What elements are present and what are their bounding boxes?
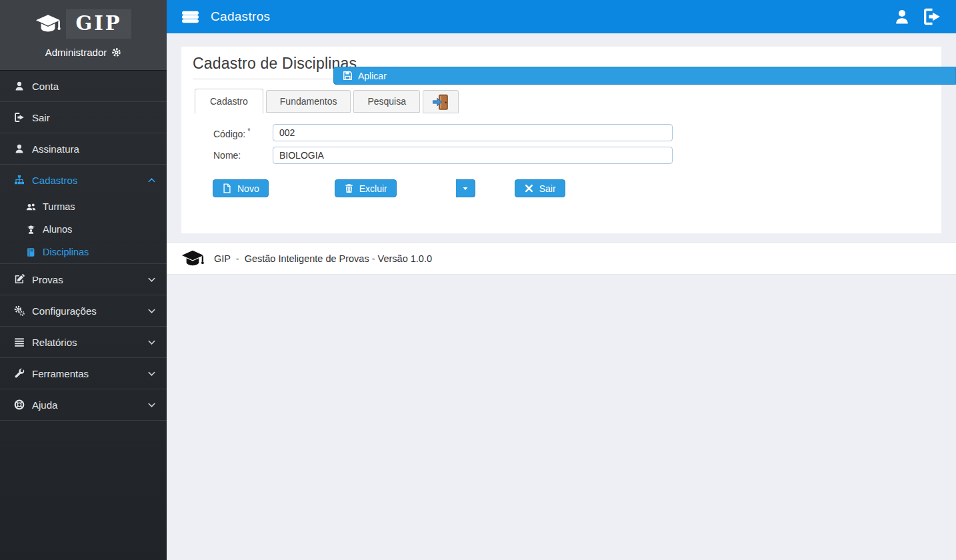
sidebar-item-cadastros[interactable]: Cadastros	[0, 164, 167, 195]
chevron-down-icon	[147, 369, 156, 378]
tab-label: Cadastro	[210, 96, 248, 107]
sair-button[interactable]: Sair	[515, 179, 565, 197]
sidebar-item-label: Alunos	[43, 224, 156, 235]
save-icon	[343, 71, 353, 81]
action-buttons-row: NovoExcluirAplicarSair	[193, 179, 930, 197]
form-area: Código:*Nome:	[193, 124, 930, 164]
user-role-label: Administrador	[45, 47, 107, 58]
chevron-down-icon	[147, 401, 156, 409]
bars-icon	[13, 337, 25, 347]
sidebar-item-relatorios[interactable]: Relatórios	[0, 326, 167, 357]
sign-out-icon	[13, 112, 25, 123]
tab-fundamentos[interactable]: Fundamentos	[266, 90, 351, 113]
sidebar-item-sair[interactable]: Sair	[0, 101, 167, 133]
tab-label: Fundamentos	[280, 96, 337, 107]
form-row-nome: Nome:	[213, 147, 930, 164]
sidebar-item-provas[interactable]: Provas	[0, 263, 167, 295]
sidebar-item-turmas[interactable]: Turmas	[0, 195, 167, 218]
sidebar-item-configuracoes[interactable]: Configurações	[0, 295, 167, 326]
gear-icon	[111, 47, 121, 57]
sidebar-item-conta[interactable]: Conta	[0, 70, 167, 101]
user-icon	[13, 143, 25, 154]
button-label: Sair	[539, 183, 556, 194]
sidebar-item-ajuda[interactable]: Ajuda	[0, 389, 167, 420]
topbar: Cadastros	[167, 0, 956, 33]
menu-divider	[0, 420, 167, 421]
field-label-text: Código:	[213, 128, 245, 139]
sidebar-item-disciplinas[interactable]: Disciplinas	[0, 241, 167, 263]
file-icon	[222, 183, 232, 193]
novo-button[interactable]: Novo	[213, 179, 269, 197]
sidebar-item-label: Ferramentas	[32, 368, 147, 379]
user-icon[interactable]	[893, 8, 911, 25]
sidebar-menu: ContaSairAssinaturaCadastrosTurmasAlunos…	[0, 70, 167, 420]
book-icon	[25, 247, 37, 257]
sidebar-item-label: Provas	[32, 274, 147, 285]
sidebar-item-assinatura[interactable]: Assinatura	[0, 133, 167, 164]
sidebar-item-label: Assinatura	[32, 143, 156, 155]
sidebar-item-label: Sair	[32, 112, 156, 123]
footer: GIP - Gestão Inteligente de Provas - Ver…	[167, 242, 956, 275]
excluir-button[interactable]: Excluir	[335, 179, 397, 197]
footer-text: GIP - Gestão Inteligente de Provas - Ver…	[214, 253, 432, 264]
chevron-up-icon	[147, 176, 156, 185]
logo-text: GIP	[75, 12, 121, 35]
aplicar-split-button: Aplicar	[456, 179, 475, 197]
sidebar-item-label: Relatórios	[32, 337, 147, 348]
hamburger-icon[interactable]	[181, 8, 199, 26]
gears-icon	[13, 305, 25, 316]
chevron-down-icon	[147, 338, 156, 347]
content-panel: Cadastro de Disciplinas CadastroFundamen…	[181, 47, 941, 233]
sidebar-item-label: Ajuda	[32, 399, 147, 411]
trash-icon	[344, 183, 354, 193]
page-breadcrumb-title: Cadastros	[211, 9, 270, 24]
main-content: Cadastro de Disciplinas CadastroFundamen…	[167, 33, 956, 560]
sidebar-item-label: Configurações	[32, 305, 147, 317]
field-label-text: Nome:	[213, 150, 241, 161]
user-icon	[13, 81, 25, 91]
user-role-row[interactable]: Administrador	[0, 47, 167, 58]
x-icon	[524, 183, 534, 193]
button-label: Aplicar	[358, 71, 387, 81]
wrench-icon	[13, 368, 25, 379]
required-asterisk: *	[247, 127, 250, 135]
sign-out-icon[interactable]	[923, 7, 941, 26]
sidebar-item-label: Cadastros	[32, 175, 147, 186]
users-icon	[25, 202, 37, 212]
graduation-cap-icon	[181, 247, 204, 270]
tab-label: Pesquisa	[367, 96, 406, 107]
sidebar: GIP Administrador ContaSairAssinaturaCad…	[0, 0, 167, 560]
app-logo: GIP	[0, 7, 167, 41]
door-exit-icon	[432, 93, 449, 111]
sidebar-item-alunos[interactable]: Alunos	[0, 218, 167, 241]
nome-field[interactable]	[273, 147, 673, 164]
tab-cadastro[interactable]: Cadastro	[195, 89, 263, 114]
graduation-cap-icon	[35, 11, 61, 37]
edit-icon	[13, 274, 25, 285]
button-label: Excluir	[359, 183, 387, 194]
chevron-down-icon	[147, 275, 156, 284]
sidebar-item-label: Turmas	[43, 201, 156, 212]
form-row-codigo: Código:*	[213, 124, 930, 141]
aplicar-button[interactable]: Aplicar	[333, 67, 956, 85]
sidebar-header: GIP Administrador	[0, 0, 167, 70]
button-label: Novo	[237, 183, 259, 194]
sidebar-item-ferramentas[interactable]: Ferramentas	[0, 357, 167, 389]
life-ring-icon	[13, 399, 25, 410]
tab-bar: CadastroFundamentosPesquisa	[193, 89, 930, 114]
sidebar-item-label: Disciplinas	[43, 247, 156, 257]
chevron-down-icon	[147, 307, 156, 315]
aplicar-dropdown-toggle[interactable]	[456, 179, 475, 197]
sitemap-icon	[13, 175, 25, 185]
codigo-field[interactable]	[273, 124, 673, 141]
sidebar-item-label: Conta	[32, 81, 156, 92]
caret-down-icon	[461, 185, 469, 193]
field-label-nome: Nome:	[213, 150, 273, 161]
topbar-actions	[893, 7, 941, 26]
tab-exit[interactable]	[423, 90, 459, 113]
field-label-codigo: Código:*	[213, 127, 273, 139]
graduate-icon	[25, 225, 37, 235]
tab-pesquisa[interactable]: Pesquisa	[353, 90, 420, 113]
